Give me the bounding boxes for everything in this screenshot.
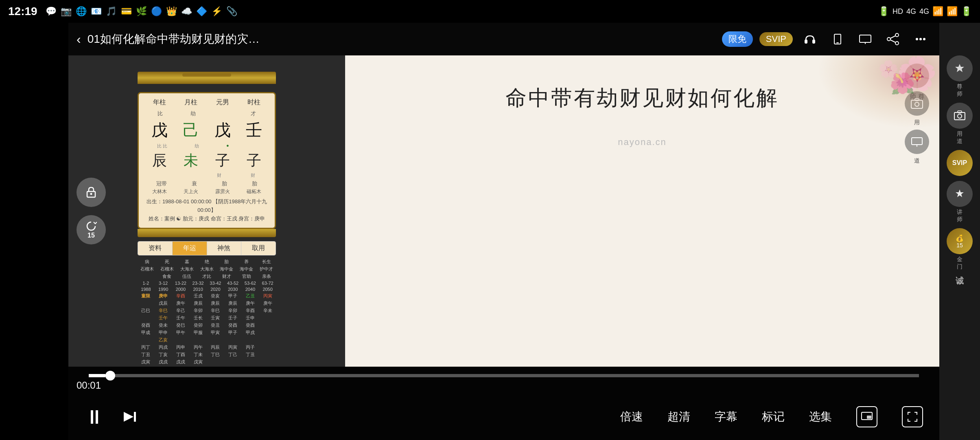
- svg-rect-4: [860, 35, 871, 42]
- dizhi-yuan: 子: [210, 151, 235, 171]
- status-bar: 12:19 💬 📷 🌐 📧 🎵 💳 🌿 🔵 👑 ☁️ 🔷 ⚡ 📎 🔋 HD 4G…: [0, 0, 980, 23]
- mark-button[interactable]: 标记: [762, 409, 785, 425]
- star-labels: 讲师: [957, 209, 962, 223]
- sidebar-svip[interactable]: SVIP: [947, 150, 973, 176]
- bazi-na5-row: 大林木 天上火 霹雳火 磁柘木: [144, 188, 270, 195]
- status-time: 12:19: [8, 5, 37, 18]
- dayun-header-row: 病 死 墓 绝 胎 养 长生: [138, 258, 276, 265]
- bazi-chart: 年柱 月柱 元男 时柱 比 劫 才 戊 己: [138, 92, 276, 229]
- dayun-sub-row-6: 乙亥: [138, 337, 276, 343]
- main-title: 命中带有劫财见财如何化解: [505, 84, 779, 112]
- next-button[interactable]: [120, 408, 138, 426]
- fullscreen-button[interactable]: [902, 406, 923, 427]
- headphone-icon[interactable]: [799, 29, 820, 50]
- svg-line-10: [890, 36, 895, 38]
- dayun-sub-row-9: 戊寅 戊戌 戊戌 戊寅: [138, 359, 276, 365]
- status-icons: 💬 📷 🌐 📧 🎵 💳 🌿 🔵 👑 ☁️ 🔷 ⚡ 📎: [46, 6, 878, 17]
- dayun-sub-row-4: 癸酉 癸未 癸巳 癸卯 癸丑 癸酉 癸酉: [138, 322, 276, 329]
- subtitle-button[interactable]: 字幕: [715, 409, 737, 425]
- dayun-sub-row-1: 戊辰 庚午 庚辰 庚辰 庚辰 庚午 庚午: [138, 300, 276, 307]
- dizhi-nian: 辰: [147, 151, 172, 171]
- bazi-birth-info: 出生：1988-08-01 00:00:00 【阴历1988年六月十九 00:0…: [144, 198, 270, 223]
- bottom-right-controls: 倍速 超清 字幕 标记 选集: [155, 406, 923, 427]
- tiangan-shi: 壬: [242, 119, 266, 141]
- bazi-sub-labels-bottom: 财 财: [144, 172, 270, 178]
- main-content: ‹ 01如何化解命中带劫财见财的灾… 限免 SVIP: [0, 23, 980, 440]
- column-yuezhu: 月柱: [184, 98, 197, 107]
- sidebar-label-dao: 道: [914, 157, 920, 165]
- zunshi-label: 尊师: [957, 83, 962, 98]
- sidebar-item-zunshi[interactable]: 尊师: [947, 55, 973, 98]
- phone-icon[interactable]: [827, 29, 848, 50]
- watermark: nayona.cn: [618, 137, 667, 147]
- sidebar-sincerity[interactable]: 诚: [956, 275, 964, 286]
- column-shizhu: 时柱: [247, 98, 260, 107]
- progress-bar[interactable]: [89, 374, 919, 377]
- sidebar-item-tv[interactable]: [905, 130, 929, 154]
- replay-number: 15: [88, 232, 95, 239]
- play-pause-button[interactable]: ⏸: [85, 406, 104, 428]
- svg-point-14: [923, 38, 925, 40]
- sidebar-item-zunshi[interactable]: 👑 尊师: [905, 64, 929, 88]
- share-icon[interactable]: [882, 29, 903, 50]
- tab-shensha[interactable]: 神煞: [207, 242, 242, 255]
- bazi-panel: 15 年柱 月柱 元男 时柱: [68, 55, 345, 367]
- tiangan-yue: 己: [179, 119, 203, 141]
- svg-rect-26: [867, 416, 871, 419]
- bazi-sub-labels-between: 比 比 劫 ●: [144, 143, 270, 149]
- video-title: 01如何化解命中带劫财见财的灾…: [88, 31, 715, 47]
- sidebar-star[interactable]: 讲师: [947, 181, 973, 223]
- zunshi-icon: [947, 55, 973, 81]
- sidebar-item-camera[interactable]: [905, 91, 929, 116]
- gold-icon: 💰 15: [947, 228, 973, 254]
- dayun-main-row: 童限 庚申 辛酉 壬戌 癸亥 甲子 乙丑 丙寅: [138, 293, 276, 299]
- progress-thumb[interactable]: [105, 371, 115, 381]
- svg-rect-20: [912, 138, 922, 145]
- camera-label: 用道: [957, 130, 962, 145]
- svg-point-18: [915, 102, 919, 106]
- dayun-stone-row: 石榴木 石榴木 大海水 大海水 海中金 海中金 护中才: [138, 266, 276, 273]
- tv-icon[interactable]: [855, 29, 876, 50]
- svg-rect-17: [911, 100, 923, 108]
- status-right: 🔋 HD 4G 4G 📶 📶 🔋: [878, 6, 972, 17]
- svip-badge[interactable]: SVIP: [759, 32, 793, 46]
- back-button[interactable]: ‹: [77, 32, 81, 47]
- progress-bar-area[interactable]: [68, 367, 939, 377]
- outer-right-sidebar: 尊师 用道 SVIP 讲师 �: [939, 23, 980, 440]
- tab-ziliao[interactable]: 资料: [138, 242, 173, 255]
- sidebar-item-camera2[interactable]: 用道: [947, 103, 973, 145]
- dayun-year-row: 1988 1990 2000 2010 2020 2030 2040 2050: [138, 286, 276, 292]
- sincerity-label: 诚: [956, 275, 964, 286]
- svg-point-13: [919, 38, 922, 40]
- video-bottom-controls: 00:01 ⏸ 倍速 超清 字幕 标记 选集: [68, 367, 939, 440]
- right-content-area: 命中带有劫财见财如何化解 nayona.cn: [345, 55, 939, 367]
- tab-nianyun[interactable]: 年运: [173, 242, 207, 255]
- lock-button[interactable]: [77, 178, 106, 207]
- star-icon: [947, 181, 973, 207]
- camera-icon: [947, 103, 973, 129]
- top-icons: [799, 29, 931, 50]
- sidebar-gold[interactable]: 💰 15 金门: [947, 228, 973, 271]
- svg-rect-19: [915, 99, 919, 101]
- pip-button[interactable]: [856, 406, 877, 427]
- svg-point-9: [895, 42, 899, 45]
- dayun-type-row: 食食 伍伍 才比 财才 官助 亲条: [138, 273, 276, 280]
- inner-right-sidebar: 👑 尊师 用: [895, 55, 939, 367]
- svg-line-11: [890, 40, 895, 42]
- xianmian-badge[interactable]: 限免: [722, 31, 753, 47]
- svg-point-7: [895, 33, 899, 37]
- scroll-top-decoration: [138, 72, 276, 84]
- left-side-black: [0, 23, 68, 440]
- speed-button[interactable]: 倍速: [620, 409, 643, 425]
- dayun-age-row: 1-2 3-12 13-22 23-32 33-42 43-52 53-62 6…: [138, 280, 276, 286]
- replay-button[interactable]: 15: [77, 215, 106, 244]
- video-top-bar: ‹ 01如何化解命中带劫财见财的灾… 限免 SVIP: [68, 23, 939, 55]
- svg-rect-30: [958, 111, 962, 113]
- quality-button[interactable]: 超清: [667, 409, 690, 425]
- select-button[interactable]: 选集: [809, 409, 832, 425]
- gold-labels: 金门: [957, 256, 962, 271]
- bazi-sub-labels-top: 比 劫 才: [144, 110, 270, 117]
- tab-quyong[interactable]: 取用: [241, 242, 276, 255]
- svg-point-8: [887, 37, 890, 41]
- more-icon[interactable]: [910, 29, 931, 50]
